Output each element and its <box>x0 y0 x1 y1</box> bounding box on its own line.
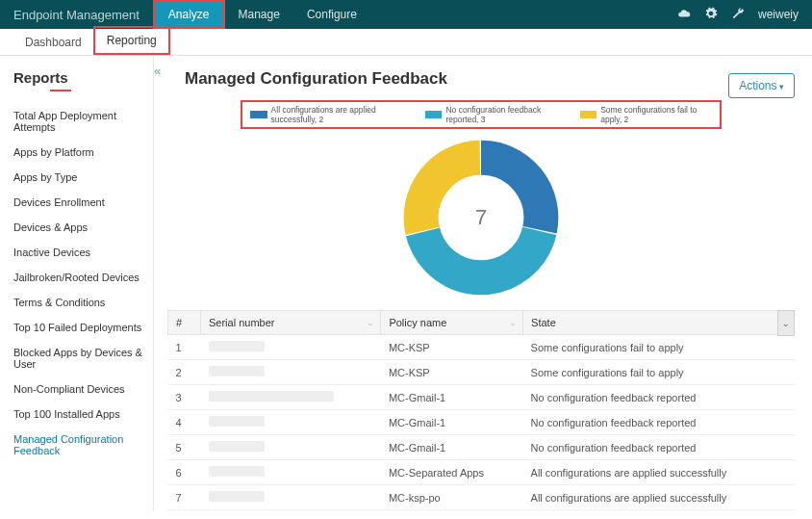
cell-index: 7 <box>168 485 201 510</box>
cell-index: 1 <box>168 335 201 360</box>
serial-redacted <box>209 341 265 351</box>
chart-legend: All configurations are applied successfu… <box>241 100 722 129</box>
cell-policy: MC-Gmail-1 <box>381 410 523 435</box>
sort-icon[interactable]: ⌄ <box>509 318 517 327</box>
sidebar-item[interactable]: Jailbroken/Rooted Devices <box>13 265 153 290</box>
cell-serial <box>201 410 381 435</box>
cell-serial <box>201 435 381 460</box>
donut-chart: 7 <box>402 139 560 297</box>
legend-item: Some configurations fail to apply, 2 <box>580 105 712 124</box>
cell-state: All configurations are applied successfu… <box>523 485 795 510</box>
col-header[interactable]: State⌄⌄ <box>523 311 795 335</box>
legend-item: All configurations are applied successfu… <box>250 105 412 124</box>
wrench-icon[interactable] <box>731 7 745 23</box>
actions-button[interactable]: Actions <box>728 73 795 98</box>
legend-item: No configuration feedback reported, 3 <box>425 105 567 124</box>
donut-total: 7 <box>475 205 487 230</box>
top-right: weiweiy <box>677 7 799 23</box>
sidebar-item[interactable]: Inactive Devices <box>13 240 153 265</box>
sidebar-item[interactable]: Top 100 Installed Apps <box>13 402 153 427</box>
sidebar-item[interactable]: Managed Configuration Feedback <box>13 427 153 463</box>
heading-underline <box>50 90 71 91</box>
sidebar: Reports Total App Deployment AttemptsApp… <box>0 56 154 510</box>
nav-tab-configure[interactable]: Configure <box>293 0 370 29</box>
serial-redacted <box>209 441 265 452</box>
page-title: Managed Configuration Feedback <box>185 69 795 89</box>
sidebar-item[interactable]: Apps by Platform <box>13 140 153 165</box>
sub-nav: DashboardReporting <box>0 29 812 56</box>
topbar: Endpoint Management AnalyzeManageConfigu… <box>0 0 812 29</box>
cell-index: 6 <box>168 460 201 485</box>
cell-state: No configuration feedback reported <box>523 410 795 435</box>
nav-tabs: AnalyzeManageConfigure <box>153 0 370 29</box>
sidebar-item[interactable]: Devices Enrollment <box>13 190 153 215</box>
cell-index: 3 <box>168 385 201 410</box>
serial-redacted <box>209 491 265 502</box>
data-table: #Serial number⌄Policy name⌄State⌄⌄ 1MC-K… <box>167 310 795 510</box>
cell-policy: MC-KSP <box>381 335 523 360</box>
serial-redacted <box>209 366 265 376</box>
nav-tab-manage[interactable]: Manage <box>225 0 293 29</box>
legend-swatch <box>425 111 443 118</box>
legend-label: No configuration feedback reported, 3 <box>445 105 566 124</box>
cell-state: No configuration feedback reported <box>523 435 795 460</box>
sidebar-item[interactable]: Apps by Type <box>13 165 153 190</box>
cloud-icon[interactable] <box>677 7 691 23</box>
brand: Endpoint Management <box>13 8 140 22</box>
cell-serial <box>201 360 381 385</box>
cell-serial <box>201 485 381 510</box>
user-label[interactable]: weiweiy <box>758 8 799 21</box>
cell-serial <box>201 460 381 485</box>
table-row[interactable]: 2MC-KSPSome configurations fail to apply <box>168 360 795 385</box>
column-picker-icon[interactable]: ⌄ <box>777 310 795 336</box>
gear-icon[interactable] <box>704 7 718 23</box>
col-header[interactable]: # <box>168 311 201 335</box>
sidebar-item[interactable]: Devices & Apps <box>13 215 153 240</box>
cell-state: All configurations are applied successfu… <box>523 460 795 485</box>
cell-policy: MC-Gmail-1 <box>381 385 523 410</box>
cell-index: 2 <box>168 360 201 385</box>
table-row[interactable]: 7MC-ksp-poAll configurations are applied… <box>168 485 795 510</box>
cell-serial <box>201 335 381 360</box>
table-row[interactable]: 6MC-Separated AppsAll configurations are… <box>168 460 795 485</box>
cell-state: Some configurations fail to apply <box>523 360 795 385</box>
nav-tab-analyze[interactable]: Analyze <box>153 0 225 29</box>
legend-swatch <box>250 111 267 118</box>
cell-policy: MC-Separated Apps <box>381 460 523 485</box>
cell-state: Some configurations fail to apply <box>523 335 795 360</box>
sidebar-heading: Reports <box>13 69 153 86</box>
sidebar-item[interactable]: Top 10 Failed Deployments <box>13 315 153 340</box>
cell-state: No configuration feedback reported <box>523 385 795 410</box>
sort-icon[interactable]: ⌄ <box>367 318 374 327</box>
legend-label: Some configurations fail to apply, 2 <box>600 105 712 124</box>
sidebar-item[interactable]: Non-Compliant Devices <box>13 376 153 402</box>
cell-index: 5 <box>168 435 201 460</box>
cell-policy: MC-ksp-po <box>381 485 523 510</box>
main: « Managed Configuration Feedback Actions… <box>154 56 812 510</box>
serial-redacted <box>209 466 265 477</box>
sub-tab-reporting[interactable]: Reporting <box>93 26 170 55</box>
col-header[interactable]: Policy name⌄ <box>381 311 523 335</box>
table-row[interactable]: 4MC-Gmail-1No configuration feedback rep… <box>168 410 795 435</box>
collapse-icon[interactable]: « <box>154 64 161 78</box>
sidebar-item[interactable]: Blocked Apps by Devices & User <box>13 340 153 376</box>
cell-index: 4 <box>168 410 201 435</box>
sidebar-item[interactable]: Total App Deployment Attempts <box>13 103 153 140</box>
col-header[interactable]: Serial number⌄ <box>201 311 381 335</box>
cell-policy: MC-KSP <box>381 360 523 385</box>
cell-serial <box>201 385 381 410</box>
cell-policy: MC-Gmail-1 <box>381 435 523 460</box>
table-row[interactable]: 3MC-Gmail-1No configuration feedback rep… <box>168 385 795 410</box>
legend-label: All configurations are applied successfu… <box>271 105 412 124</box>
table-row[interactable]: 1MC-KSPSome configurations fail to apply <box>168 335 795 360</box>
legend-swatch <box>580 111 597 118</box>
serial-redacted <box>209 391 334 402</box>
sub-tab-dashboard[interactable]: Dashboard <box>13 30 93 55</box>
table-row[interactable]: 5MC-Gmail-1No configuration feedback rep… <box>168 435 795 460</box>
serial-redacted <box>209 416 265 427</box>
sidebar-item[interactable]: Terms & Conditions <box>13 290 153 315</box>
